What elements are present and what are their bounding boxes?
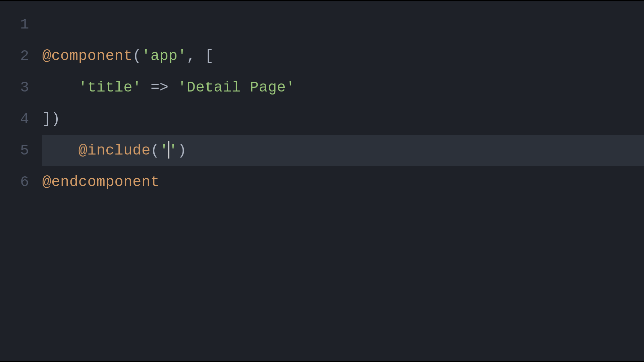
code-token: ) — [178, 143, 187, 158]
code-token: => — [151, 80, 169, 95]
code-token: @endcomponent — [42, 175, 160, 189]
code-token — [42, 143, 78, 158]
code-token: ( — [132, 49, 142, 63]
code-line[interactable] — [42, 9, 644, 40]
code-token: @include — [78, 143, 151, 158]
code-token — [169, 80, 178, 95]
code-token: ( — [151, 143, 160, 158]
line-number: 1 — [0, 9, 42, 40]
code-token: ) — [51, 112, 60, 126]
code-token: 'title' — [78, 80, 142, 95]
code-line[interactable]: 'title' => 'Detail Page' — [42, 72, 644, 103]
code-token: 'Detail Page' — [178, 80, 295, 95]
line-number: 2 — [0, 40, 42, 72]
code-token: ' — [169, 143, 178, 158]
code-token: 'app' — [142, 49, 187, 63]
code-token: , — [186, 49, 205, 63]
code-token — [142, 80, 151, 95]
code-line[interactable]: @include('') — [42, 135, 644, 166]
line-number: 6 — [0, 166, 42, 198]
code-token: [ — [205, 49, 214, 63]
line-number: 5 — [0, 135, 42, 166]
line-number-gutter: 123456 — [0, 1, 42, 361]
code-token: ' — [160, 143, 169, 158]
code-line[interactable]: @component('app', [ — [42, 40, 644, 72]
line-number: 3 — [0, 72, 42, 103]
code-line[interactable]: ]) — [42, 103, 644, 135]
code-line[interactable]: @endcomponent — [42, 166, 644, 198]
code-token — [42, 80, 78, 95]
code-token: @component — [42, 49, 132, 63]
code-editor[interactable]: 123456 @component('app', [ 'title' => 'D… — [0, 0, 644, 362]
line-number: 4 — [0, 103, 42, 135]
code-token: ] — [42, 112, 51, 126]
text-cursor — [168, 141, 169, 159]
code-area[interactable]: @component('app', [ 'title' => 'Detail P… — [42, 1, 644, 361]
